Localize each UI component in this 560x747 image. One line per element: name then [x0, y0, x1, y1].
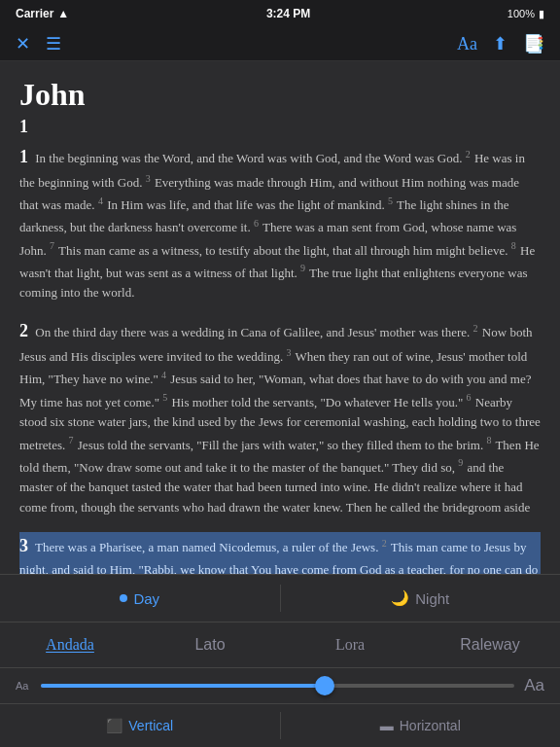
font-size-row: Aa Aa [0, 668, 560, 704]
font-size-large-label: Aa [524, 676, 544, 695]
book-title: John [19, 77, 541, 113]
font-size-button[interactable]: Aa [457, 34, 477, 54]
day-mode-button[interactable]: Day [0, 587, 280, 611]
horizontal-icon: ▬ [380, 718, 394, 733]
battery-icon: ▮ [539, 8, 544, 20]
moon-icon: 🌙 [391, 589, 409, 607]
status-bar: Carrier ▲ 3:24 PM 100% ▮ [0, 0, 560, 27]
layout-toggle: ⬛ Vertical ▬ Horizontal [0, 704, 560, 747]
content-area: John 1 1 In the beginning was the Word, … [0, 61, 560, 574]
verse-section-1: 1 In the beginning was the Word, and the… [19, 143, 541, 303]
close-button[interactable]: ✕ [16, 33, 30, 54]
section-num-1: 1 [19, 147, 28, 166]
bottom-controls: Day 🌙 Night Andada Lato Lora Raleway Aa … [0, 574, 560, 747]
toolbar-right: Aa ⬆ 📑 [457, 33, 544, 54]
horizontal-label: Horizontal [400, 718, 461, 733]
font-size-small-label: Aa [16, 680, 31, 692]
wifi-icon: ▲ [57, 7, 69, 20]
toolbar-left: ✕ ☰ [16, 33, 61, 54]
slider-fill [41, 684, 325, 688]
toolbar: ✕ ☰ Aa ⬆ 📑 [0, 27, 560, 61]
vertical-label: Vertical [128, 718, 173, 733]
section-num-3: 3 [19, 536, 28, 555]
vertical-layout-button[interactable]: ⬛ Vertical [0, 714, 280, 737]
day-night-toggle: Day 🌙 Night [0, 575, 560, 622]
verse-section-2: 2 On the third day there was a wedding i… [19, 317, 541, 518]
day-indicator [120, 594, 127, 602]
font-size-slider[interactable] [41, 684, 514, 688]
status-carrier: Carrier ▲ [16, 7, 69, 20]
status-battery: 100% ▮ [508, 8, 544, 20]
status-time: 3:24 PM [266, 7, 310, 20]
menu-button[interactable]: ☰ [46, 33, 61, 54]
night-mode-button[interactable]: 🌙 Night [281, 586, 561, 611]
slider-thumb[interactable] [315, 676, 334, 695]
section-num-2: 2 [19, 321, 28, 340]
day-label: Day [133, 590, 159, 607]
font-andada-button[interactable]: Andada [0, 632, 140, 658]
vertical-icon: ⬛ [106, 718, 122, 733]
night-label: Night [415, 590, 449, 607]
horizontal-layout-button[interactable]: ▬ Horizontal [281, 714, 561, 737]
verse-section-3: 3 There was a Pharisee, a man named Nico… [19, 532, 541, 574]
font-raleway-button[interactable]: Raleway [420, 632, 560, 658]
font-lora-button[interactable]: Lora [280, 632, 420, 658]
share-button[interactable]: ⬆ [493, 33, 508, 54]
font-selection: Andada Lato Lora Raleway [0, 622, 560, 668]
font-lato-button[interactable]: Lato [140, 632, 280, 658]
chapter-number: 1 [19, 117, 541, 137]
bookmark-button[interactable]: 📑 [523, 33, 544, 54]
